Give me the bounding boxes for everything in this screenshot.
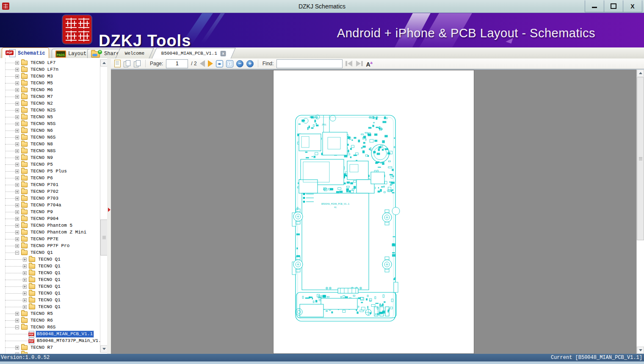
expand-toggle-icon[interactable]	[15, 224, 19, 228]
tree-scrollbar-thumb[interactable]	[100, 220, 108, 256]
tree-item[interactable]: TECNO P5 Plus	[0, 168, 107, 175]
expand-toggle-icon[interactable]	[15, 68, 19, 72]
tree-item[interactable]: TECNO P5	[0, 161, 107, 168]
tree-item[interactable]: TECNO N8	[0, 141, 107, 147]
scroll-up-icon[interactable]	[637, 69, 644, 77]
expand-toggle-icon[interactable]	[15, 88, 19, 92]
minimize-button[interactable]	[585, 0, 604, 12]
expand-toggle-icon[interactable]	[15, 108, 19, 112]
expand-toggle-icon[interactable]	[15, 163, 19, 167]
maximize-button[interactable]	[604, 0, 623, 12]
tree-item[interactable]: TECNO Q1	[0, 276, 107, 283]
expand-toggle-icon[interactable]	[15, 203, 19, 207]
find-next-icon[interactable]	[356, 61, 363, 67]
zoom-in-button[interactable]: +	[246, 60, 254, 67]
expand-toggle-icon[interactable]	[23, 292, 27, 295]
expand-toggle-icon[interactable]	[15, 210, 19, 214]
expand-toggle-icon[interactable]	[15, 237, 19, 241]
tree-item[interactable]: TECNO P703	[0, 195, 107, 202]
expand-toggle-icon[interactable]	[15, 217, 19, 221]
scroll-down-icon[interactable]	[637, 347, 644, 354]
tree-item[interactable]: TECNO LF7n	[0, 66, 107, 73]
expand-toggle-icon[interactable]	[15, 115, 19, 119]
prev-view-icon[interactable]	[124, 60, 131, 67]
scroll-down-icon[interactable]	[100, 345, 108, 353]
expand-toggle-icon[interactable]	[23, 278, 27, 282]
expand-toggle-icon[interactable]	[15, 231, 19, 234]
document-icon[interactable]	[114, 60, 121, 67]
tab-schematic[interactable]: PDF Schematic	[2, 47, 49, 58]
tree-item[interactable]: TECNO N5S	[0, 120, 107, 127]
expand-toggle-icon[interactable]	[15, 346, 19, 350]
tree-item[interactable]: TECNO Q1	[0, 290, 107, 297]
tree-item[interactable]: TECNO P702	[0, 188, 107, 195]
viewer-scrollbar[interactable]	[636, 69, 644, 354]
expand-toggle-icon[interactable]	[15, 190, 19, 194]
find-previous-icon[interactable]	[345, 61, 353, 67]
tree-item-pdf[interactable]: PDFB50048_MT6737P_Main_V1.1	[0, 337, 107, 344]
expand-toggle-icon[interactable]	[23, 305, 27, 309]
expand-toggle-icon[interactable]	[23, 264, 27, 268]
tree-item[interactable]: TECNO Q1	[0, 303, 107, 310]
tree-scrollbar[interactable]	[100, 59, 108, 353]
tree-item[interactable]: TECNO P6	[0, 175, 107, 181]
expand-toggle-icon[interactable]	[15, 75, 19, 78]
expand-toggle-icon[interactable]	[15, 81, 19, 85]
expand-toggle-icon[interactable]	[23, 271, 27, 275]
expand-toggle-icon[interactable]	[15, 176, 19, 180]
next-page-icon[interactable]	[208, 60, 213, 67]
tree-item[interactable]: TECNO Phantom Z Mini	[0, 229, 107, 236]
expand-toggle-icon[interactable]	[15, 95, 19, 99]
tree-item[interactable]: TECNO R7	[0, 344, 107, 351]
expand-toggle-icon[interactable]	[15, 197, 19, 200]
tree-item[interactable]: TECNO M7	[0, 93, 107, 100]
tree-item[interactable]: TECNO M6	[0, 86, 107, 93]
pdf-viewer[interactable]: JP01B50048_MIAN_PCB_V1.1A1	[111, 69, 644, 354]
page-number-input[interactable]	[166, 59, 188, 68]
expand-toggle-icon[interactable]	[15, 149, 19, 153]
tree-item[interactable]: TECNO N6	[0, 127, 107, 134]
doc-tab-b50048-mian-pcb[interactable]: B50048_MIAN_PCB_V1.1 x	[152, 48, 236, 58]
tree-item[interactable]: TECNO N6S	[0, 134, 107, 141]
expand-toggle-icon[interactable]	[23, 258, 27, 261]
expand-toggle-icon[interactable]	[15, 129, 19, 133]
expand-toggle-icon[interactable]	[15, 156, 19, 160]
tree-item[interactable]: TECNO PP7E	[0, 236, 107, 242]
tree-item[interactable]: TECNO N2S	[0, 107, 107, 114]
tree-item[interactable]: TECNO R6S	[0, 324, 107, 331]
fit-page-button[interactable]: ↕	[226, 60, 233, 67]
tree-item[interactable]: TECNO P704a	[0, 202, 107, 208]
expand-toggle-icon[interactable]	[23, 298, 27, 302]
tree-item[interactable]: TECNO Q1	[0, 270, 107, 276]
tree-item[interactable]: TECNO P904	[0, 215, 107, 222]
tree-item[interactable]: TECNO P701	[0, 181, 107, 188]
tree-item[interactable]: TECNO M5	[0, 80, 107, 86]
zoom-out-button[interactable]: −	[236, 60, 243, 67]
tree-item[interactable]: TECNO N5	[0, 114, 107, 120]
expand-toggle-icon[interactable]	[15, 183, 19, 187]
close-button[interactable]: X	[623, 0, 642, 12]
collapse-toggle-icon[interactable]	[15, 251, 19, 255]
expand-toggle-icon[interactable]	[15, 136, 19, 139]
tree-item[interactable]: TECNO N8S	[0, 147, 107, 154]
match-case-icon[interactable]: Aa	[366, 60, 372, 67]
tab-layout[interactable]: PADS Layout	[52, 49, 90, 58]
expand-toggle-icon[interactable]	[15, 169, 19, 173]
expand-toggle-icon[interactable]	[15, 61, 19, 65]
expand-toggle-icon[interactable]	[23, 285, 27, 289]
scroll-up-icon[interactable]	[100, 59, 108, 67]
doc-tab-welcome[interactable]: Welcome	[115, 48, 154, 58]
tree-item-pdf[interactable]: PDFB50048_MIAN_PCB_V1.1	[0, 331, 107, 337]
tree-item[interactable]: TECNO N2	[0, 100, 107, 107]
tree-item[interactable]: TECNO R6	[0, 317, 107, 324]
tree-item[interactable]: TECNO LF7	[0, 59, 107, 66]
fit-width-button[interactable]: ◂▸	[216, 60, 223, 67]
tree-item[interactable]	[0, 351, 107, 354]
expand-toggle-icon[interactable]	[15, 312, 19, 316]
tree-item[interactable]: TECNO R5	[0, 310, 107, 317]
collapse-toggle-icon[interactable]	[15, 325, 19, 329]
viewer-scrollbar-thumb[interactable]	[637, 77, 644, 240]
next-view-icon[interactable]	[134, 60, 141, 67]
tree-item[interactable]: TECNO Q1	[0, 283, 107, 290]
tree-item[interactable]: TECNO Q1	[0, 263, 107, 270]
